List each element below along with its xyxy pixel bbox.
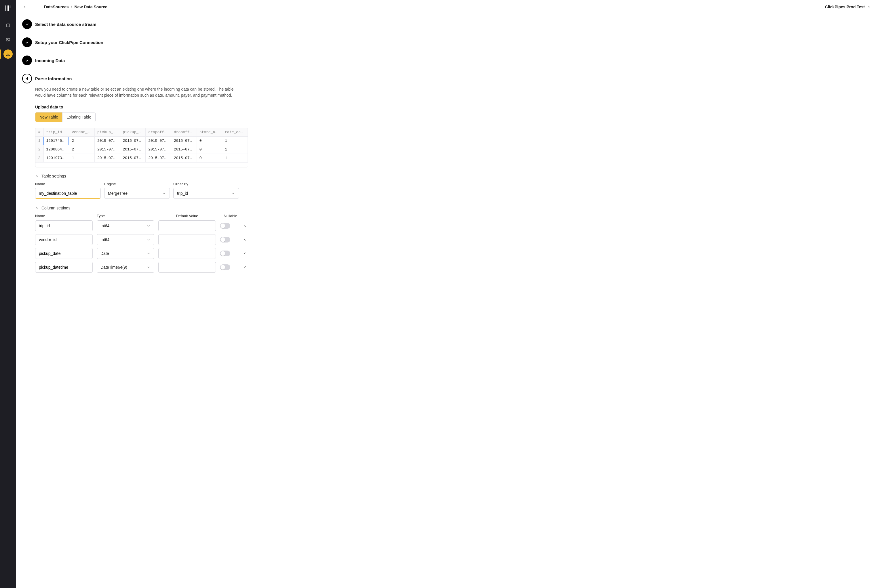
engine-value: MergeTree xyxy=(108,191,128,196)
column-settings-toggle[interactable]: Column settings xyxy=(35,206,248,210)
grid-header[interactable]: rate_cod… xyxy=(222,128,248,136)
chevron-down-icon xyxy=(147,238,150,242)
col-header-default: Default Value xyxy=(158,214,216,218)
column-name-input[interactable] xyxy=(35,220,93,231)
grid-cell[interactable]: 2015-07-01 xyxy=(146,145,171,154)
grid-cell[interactable]: 0 xyxy=(197,154,222,162)
grid-cell[interactable]: 1201746944 xyxy=(44,136,69,145)
grid-cell[interactable]: 2015-07-01… xyxy=(120,136,146,145)
column-type-select[interactable]: Int64 xyxy=(97,220,154,231)
image-icon xyxy=(6,38,11,42)
grid-cell[interactable]: 2 xyxy=(35,145,44,154)
grid-cell[interactable]: 2015-07-01 xyxy=(95,136,120,145)
grid-header[interactable]: dropoff_da… xyxy=(146,128,171,136)
grid-cell[interactable]: 2015-07-01 xyxy=(95,154,120,162)
grid-cell[interactable]: 2015-07-01… xyxy=(171,154,197,162)
import-icon xyxy=(6,52,11,56)
step-4-current: 4 xyxy=(22,74,32,83)
grid-cell[interactable]: 2015-07-01… xyxy=(120,154,146,162)
grid-cell[interactable]: 0 xyxy=(197,136,222,145)
grid-header[interactable]: vendor_id xyxy=(69,128,95,136)
column-name-input[interactable] xyxy=(35,234,93,245)
remove-column-button[interactable] xyxy=(241,264,248,271)
sidebar-nav xyxy=(3,21,13,58)
svg-point-7 xyxy=(7,39,8,40)
grid-cell[interactable]: 1 xyxy=(35,136,44,145)
grid-cell[interactable]: 3 xyxy=(35,154,44,162)
grid-header[interactable]: pickup_date xyxy=(95,128,120,136)
grid-cell[interactable]: 2 xyxy=(69,145,95,154)
close-icon xyxy=(243,224,247,228)
column-type-select[interactable]: Date xyxy=(97,248,154,259)
col-header-type: Type xyxy=(97,214,154,218)
name-field-label: Name xyxy=(35,182,101,186)
sidebar-item-database[interactable] xyxy=(3,21,13,30)
engine-select[interactable]: MergeTree xyxy=(104,188,170,199)
column-row: DateTime64(9) xyxy=(35,262,248,273)
step-4-description: Now you need to create a new table or se… xyxy=(35,86,237,98)
step-4-title: Parse Information xyxy=(35,74,248,83)
column-default-input[interactable] xyxy=(158,234,216,245)
table-settings-toggle[interactable]: Table settings xyxy=(35,174,248,178)
column-default-input[interactable] xyxy=(158,248,216,259)
nullable-toggle[interactable] xyxy=(220,237,230,243)
chevron-down-icon xyxy=(231,191,235,195)
chevron-down-icon xyxy=(147,251,150,255)
remove-column-button[interactable] xyxy=(241,222,248,229)
grid-header[interactable]: pickup_dat… xyxy=(120,128,146,136)
grid-cell[interactable]: 2015-07-01 xyxy=(95,145,120,154)
grid-cell[interactable]: 1200864931 xyxy=(44,145,69,154)
grid-cell[interactable]: 2015-07-01… xyxy=(171,145,197,154)
grid-cell[interactable]: 2015-07-01 xyxy=(146,136,171,145)
grid-cell[interactable]: 1 xyxy=(222,136,248,145)
chevron-down-icon xyxy=(147,224,150,228)
instance-selector[interactable]: ClickPipes Prod Test xyxy=(825,4,873,9)
step-1-done xyxy=(22,19,32,29)
nullable-toggle[interactable] xyxy=(220,264,230,270)
back-button[interactable] xyxy=(21,3,28,10)
tab-existing-table[interactable]: Existing Table xyxy=(62,112,95,122)
grid-cell[interactable]: 2 xyxy=(69,136,95,145)
grid-cell[interactable]: 1 xyxy=(222,145,248,154)
upload-target-tabs: New Table Existing Table xyxy=(35,112,96,122)
data-preview-grid[interactable]: #trip_idvendor_idpickup_datepickup_dat…d… xyxy=(35,128,248,167)
table-name-input[interactable] xyxy=(35,188,101,199)
sidebar-item-import[interactable] xyxy=(3,50,13,58)
orderby-field-label: Order By xyxy=(173,182,239,186)
sidebar xyxy=(0,0,16,588)
step-2-title: Setup your ClickPipe Connection xyxy=(35,38,248,47)
column-name-input[interactable] xyxy=(35,248,93,259)
nullable-toggle[interactable] xyxy=(220,223,230,229)
column-name-input[interactable] xyxy=(35,262,93,273)
table-settings-title: Table settings xyxy=(41,174,66,178)
nullable-toggle[interactable] xyxy=(220,250,230,256)
step-1-title: Select the data source stream xyxy=(35,19,248,29)
sidebar-item-images[interactable] xyxy=(3,35,13,44)
column-default-input[interactable] xyxy=(158,262,216,273)
grid-cell[interactable]: 0 xyxy=(197,145,222,154)
grid-cell[interactable]: 2015-07-01… xyxy=(120,145,146,154)
breadcrumb: DataSources / New Data Source xyxy=(44,4,107,9)
grid-cell[interactable]: 2015-07-01… xyxy=(171,136,197,145)
column-row: Int64 xyxy=(35,234,248,245)
grid-cell[interactable]: 1201973571 xyxy=(44,154,69,162)
grid-cell[interactable]: 2015-07-01 xyxy=(146,154,171,162)
column-default-input[interactable] xyxy=(158,220,216,231)
grid-cell[interactable]: 1 xyxy=(222,154,248,162)
tab-new-table[interactable]: New Table xyxy=(35,112,62,122)
grid-cell[interactable]: 1 xyxy=(69,154,95,162)
divider xyxy=(38,0,38,14)
instance-name: ClickPipes Prod Test xyxy=(825,4,865,9)
breadcrumb-root[interactable]: DataSources xyxy=(44,4,69,9)
column-type-select[interactable]: DateTime64(9) xyxy=(97,262,154,273)
grid-header[interactable]: store_and_… xyxy=(197,128,222,136)
remove-column-button[interactable] xyxy=(241,250,248,257)
chevron-down-icon xyxy=(162,191,166,195)
orderby-select[interactable]: trip_id xyxy=(173,188,239,199)
grid-header[interactable]: dropoff_da… xyxy=(171,128,197,136)
column-type-select[interactable]: Int64 xyxy=(97,234,154,245)
grid-header[interactable]: # xyxy=(35,128,44,136)
column-type-value: Int64 xyxy=(101,237,110,242)
remove-column-button[interactable] xyxy=(241,236,248,243)
grid-header[interactable]: trip_id xyxy=(44,128,69,136)
